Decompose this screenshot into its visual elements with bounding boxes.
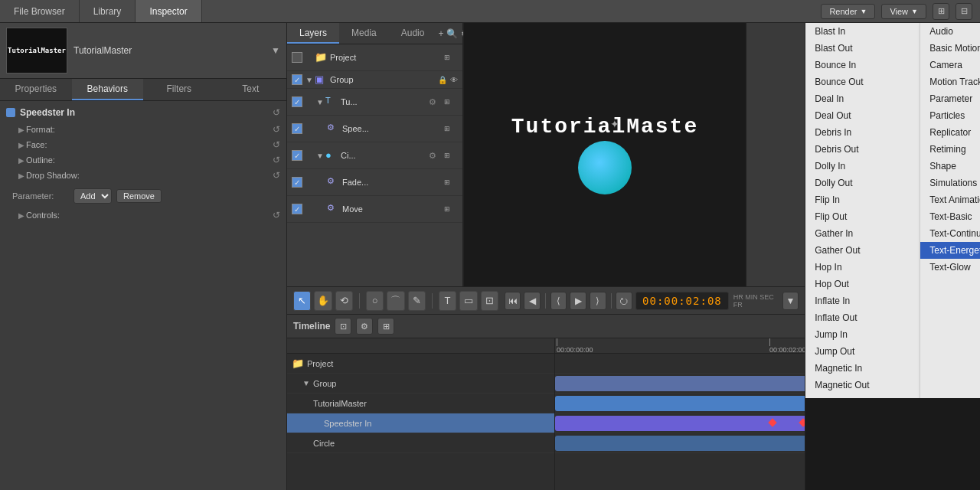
layer-project-btn[interactable]: ⊞: [438, 48, 456, 67]
shape-tool-button[interactable]: ○: [366, 291, 384, 311]
menu-item-deal-out[interactable]: Deal Out: [805, 107, 920, 124]
step-frame-back-button[interactable]: ⟨: [550, 292, 567, 310]
menu-item-magnetic-out[interactable]: Magnetic Out: [805, 377, 920, 394]
timecode-dropdown-button[interactable]: ▼: [782, 292, 799, 310]
menu-item-jump-in[interactable]: Jump In: [805, 326, 920, 343]
step-frame-forward-button[interactable]: ⟩: [590, 292, 606, 310]
submenu-item-particles[interactable]: Particles ▶: [920, 107, 980, 124]
menu-item-bounce-in[interactable]: Bounce In: [805, 57, 920, 74]
layer-tu-btn[interactable]: ⊞: [438, 93, 456, 111]
layer-checkbox-tu[interactable]: ✓: [292, 96, 302, 107]
crop-tool-button[interactable]: ⊡: [481, 291, 498, 311]
menu-item-dolly-in[interactable]: Dolly In: [805, 158, 920, 175]
menu-item-jump-out[interactable]: Jump Out: [805, 343, 920, 360]
parameter-remove-button[interactable]: Remove: [116, 189, 162, 203]
layer-checkbox-group[interactable]: ✓: [292, 74, 302, 85]
layer-gear-ci[interactable]: ⚙: [429, 151, 436, 161]
submenu-item-text-animation[interactable]: Text Animation ▶: [920, 191, 980, 208]
layers-search-button[interactable]: 🔍: [446, 24, 458, 43]
outline-expand-arrow[interactable]: ▶: [18, 156, 26, 165]
menu-item-dolly-out[interactable]: Dolly Out: [805, 175, 920, 191]
timeline-grid-button[interactable]: ⊞: [377, 318, 394, 335]
tl-group-expand[interactable]: ▼: [302, 379, 310, 387]
tab-layers[interactable]: Layers: [287, 23, 339, 44]
layer-expand-tu[interactable]: ▼: [316, 98, 325, 106]
controls-expand-arrow[interactable]: ▶: [18, 211, 26, 220]
menu-item-hop-in[interactable]: Hop In: [805, 259, 920, 276]
text-tool-button[interactable]: T: [439, 291, 456, 311]
tab-media[interactable]: Media: [339, 23, 389, 44]
tl-row-project[interactable]: 📁 Project: [287, 354, 554, 374]
select-tool-button[interactable]: ↖: [293, 291, 311, 311]
format-expand-arrow[interactable]: ▶: [18, 126, 26, 134]
layer-spee-btn[interactable]: ⊞: [438, 119, 456, 138]
layer-ci-btn[interactable]: ⊞: [438, 146, 456, 165]
tab-audio[interactable]: Audio: [389, 23, 437, 44]
layer-checkbox-project[interactable]: [292, 52, 302, 63]
tl-row-speedster[interactable]: Speedster In: [287, 413, 554, 433]
menu-item-bounce-out[interactable]: Bounce Out: [805, 74, 920, 90]
menu-item-hop-out[interactable]: Hop Out: [805, 276, 920, 292]
split-view-button[interactable]: ⊟: [956, 3, 972, 20]
layer-item-fade[interactable]: ✓ ⚙ Fade... ⊞: [287, 169, 462, 196]
play-button[interactable]: ▶: [570, 292, 586, 310]
group-visible-icon[interactable]: 👁: [450, 76, 458, 84]
layers-add-button[interactable]: +: [438, 24, 443, 43]
layer-gear-tu[interactable]: ⚙: [429, 97, 436, 107]
view-button[interactable]: View ▼: [881, 4, 926, 19]
tl-row-group[interactable]: ▼ Group: [287, 374, 554, 394]
submenu-item-text-energetic[interactable]: Text-Energetic ▶: [920, 242, 980, 259]
submenu-item-camera[interactable]: Camera ▶: [920, 57, 980, 74]
submenu-item-parameter[interactable]: Parameter ▶: [920, 90, 980, 107]
layer-item-project[interactable]: 📁 Project ⊞: [287, 44, 462, 71]
menu-item-magnetic-in[interactable]: Magnetic In: [805, 360, 920, 377]
group-lock-icon[interactable]: 🔒: [438, 76, 447, 84]
submenu-item-simulations[interactable]: Simulations ▶: [920, 175, 980, 191]
submenu-item-replicator[interactable]: Replicator ▶: [920, 124, 980, 141]
submenu-item-retiming[interactable]: Retiming ▶: [920, 141, 980, 158]
outline-reset[interactable]: ↺: [273, 155, 280, 165]
tab-filters[interactable]: Filters: [143, 79, 215, 100]
behavior-reset-button[interactable]: ↺: [273, 107, 280, 118]
menu-item-blast-in[interactable]: Blast In: [805, 23, 920, 40]
tab-behaviors[interactable]: Behaviors: [72, 79, 144, 100]
pan-tool-button[interactable]: ✋: [314, 291, 332, 311]
layer-fade-btn[interactable]: ⊞: [438, 173, 456, 191]
layer-checkbox-spee[interactable]: ✓: [292, 123, 302, 134]
menu-item-flip-out[interactable]: Flip Out: [805, 208, 920, 225]
tab-text[interactable]: Text: [215, 79, 287, 100]
mask-tool-button[interactable]: ▭: [459, 291, 477, 311]
transform-tool-button[interactable]: ⟲: [335, 291, 353, 311]
layer-checkbox-ci[interactable]: ✓: [292, 150, 302, 161]
layer-checkbox-fade[interactable]: ✓: [292, 177, 302, 188]
format-reset[interactable]: ↺: [273, 124, 280, 135]
controls-reset[interactable]: ↺: [273, 210, 280, 220]
tab-file-browser[interactable]: File Browser: [0, 0, 80, 22]
menu-item-inflate-out[interactable]: Inflate Out: [805, 309, 920, 326]
loop-button[interactable]: ⭮: [616, 292, 632, 310]
render-button[interactable]: Render ▼: [821, 4, 875, 19]
play-beginning-button[interactable]: ⏮: [505, 292, 521, 310]
menu-item-debris-in[interactable]: Debris In: [805, 124, 920, 141]
menu-item-deal-in[interactable]: Deal In: [805, 90, 920, 107]
panel-collapse-button[interactable]: ▼: [271, 45, 280, 56]
grid-view-button[interactable]: ⊞: [933, 3, 949, 20]
submenu-item-audio[interactable]: Audio ▶: [920, 23, 980, 40]
timeline-zoom-fit-button[interactable]: ⊡: [335, 318, 351, 335]
submenu-item-text-glow[interactable]: Text-Glow ▶: [920, 259, 980, 276]
menu-item-gather-out[interactable]: Gather Out: [805, 242, 920, 259]
layer-checkbox-move[interactable]: ✓: [292, 204, 302, 214]
tab-properties[interactable]: Properties: [0, 79, 72, 100]
bezier-tool-button[interactable]: ⌒: [387, 291, 404, 311]
menu-item-flip-in[interactable]: Flip In: [805, 191, 920, 208]
submenu-item-motion-tracking[interactable]: Motion Tracking ▶: [920, 74, 980, 90]
layer-move-btn[interactable]: ⊞: [438, 200, 456, 218]
layer-item-tutorialmaster[interactable]: ✓ ▼ T Tu... ⚙ ⊞: [287, 89, 462, 116]
tl-row-circle[interactable]: Circle: [287, 433, 554, 453]
menu-item-gather-in[interactable]: Gather In: [805, 225, 920, 242]
menu-item-inflate-in[interactable]: Inflate In: [805, 292, 920, 309]
paint-tool-button[interactable]: ✎: [408, 291, 426, 311]
tab-inspector[interactable]: Inspector: [136, 0, 201, 22]
submenu-item-text-basic[interactable]: Text-Basic ▶: [920, 208, 980, 225]
timeline-settings-button[interactable]: ⚙: [356, 318, 373, 335]
